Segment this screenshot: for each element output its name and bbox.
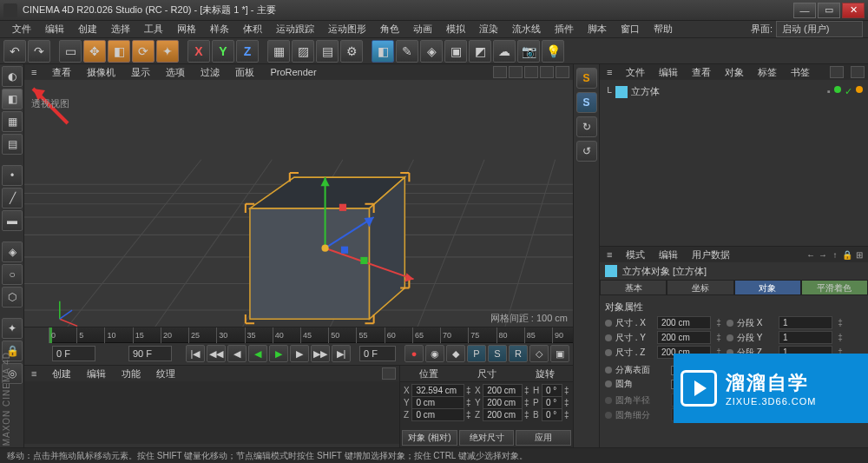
poly-mode-button[interactable]: ▬ — [2, 210, 23, 231]
btab-功能[interactable]: 功能 — [118, 367, 144, 381]
vp-icon-5[interactable] — [556, 66, 569, 78]
object-tree-item[interactable]: └ 立方体 ▪ ✓ — [603, 83, 865, 100]
scale-tool[interactable]: ◧ — [108, 40, 130, 63]
autokey-button[interactable]: ◉ — [425, 345, 444, 362]
coord-apply-button[interactable]: 应用 — [516, 430, 571, 446]
btab-纹理[interactable]: 纹理 — [153, 367, 179, 381]
scale-key-button[interactable]: S — [488, 345, 507, 362]
current-frame-field[interactable]: 0 F — [359, 346, 396, 361]
prev-frame-button[interactable]: ◀ — [227, 345, 247, 362]
light-button[interactable]: 💡 — [542, 40, 564, 63]
vp-icon-4[interactable] — [540, 66, 554, 78]
attr-nav-fwd[interactable]: → — [818, 249, 828, 260]
objtab-文件[interactable]: 文件 — [622, 65, 648, 80]
vp-icon-1[interactable] — [493, 66, 507, 78]
menu-流水线[interactable]: 流水线 — [505, 21, 548, 37]
menu-工具[interactable]: 工具 — [137, 21, 170, 37]
play-button[interactable]: ▶ — [269, 345, 288, 362]
redo-button[interactable]: ↷ — [28, 40, 50, 63]
attr-subtab-3[interactable]: 平滑着色(Phong) — [801, 280, 868, 295]
attr-nav-up[interactable]: ↑ — [830, 249, 840, 260]
vp-tab-过滤[interactable]: 过滤 — [197, 65, 223, 80]
menu-插件[interactable]: 插件 — [548, 21, 581, 37]
visibility-editor-dot[interactable] — [834, 86, 841, 93]
rotate-tool[interactable]: ⟳ — [132, 40, 155, 63]
attr-subtab-2[interactable]: 对象 — [734, 280, 801, 295]
axis-x-button[interactable]: X — [187, 40, 210, 63]
play-back-button[interactable]: ◀ — [248, 345, 267, 362]
viewport[interactable]: 透视视图 网格间距 : 100 cm — [24, 80, 573, 327]
subdiv-button[interactable]: ◈ — [420, 40, 443, 63]
pos-key-button[interactable]: P — [467, 345, 486, 362]
object-name[interactable]: 立方体 — [631, 85, 660, 98]
vp-hamburger-icon[interactable]: ≡ — [28, 66, 40, 78]
cube-primitive-button[interactable]: ◧ — [372, 40, 394, 63]
key-button[interactable]: ◆ — [446, 345, 465, 362]
model-mode-button[interactable]: ◧ — [2, 89, 23, 109]
objtab-标签[interactable]: 标签 — [754, 65, 780, 80]
phong-tag-icon[interactable] — [856, 86, 863, 93]
start-frame-field[interactable]: 0 F — [52, 346, 95, 361]
menu-运动跟踪[interactable]: 运动跟踪 — [269, 21, 321, 37]
rot-key-button[interactable]: R — [509, 345, 528, 362]
obj-hamburger-icon[interactable]: ≡ — [603, 66, 615, 78]
edge-mode-button[interactable]: ╱ — [2, 188, 23, 208]
menu-角色[interactable]: 角色 — [373, 21, 406, 37]
vp-icon-3[interactable] — [524, 66, 538, 78]
texture-mode-button[interactable]: ▦ — [2, 111, 23, 132]
menu-编辑[interactable]: 编辑 — [38, 21, 71, 37]
layout-selector[interactable]: 界面: 启动 (用户) — [751, 21, 863, 37]
menu-创建[interactable]: 创建 — [71, 21, 104, 37]
workplane-button[interactable]: ▤ — [2, 134, 23, 155]
prev-key-button[interactable]: ◀◀ — [207, 345, 226, 362]
axis-y-button[interactable]: Y — [212, 40, 234, 63]
attr-menu-icon[interactable]: ⊞ — [854, 249, 865, 260]
menu-窗口[interactable]: 窗口 — [614, 21, 647, 37]
objtab-对象[interactable]: 对象 — [721, 65, 747, 80]
make-editable-button[interactable]: ◐ — [2, 66, 23, 87]
objtab-编辑[interactable]: 编辑 — [655, 65, 681, 80]
obj-panel-icon-2[interactable] — [851, 66, 865, 78]
maximize-button[interactable]: ▭ — [818, 3, 840, 18]
tweak-button[interactable]: ✦ — [2, 318, 23, 339]
snap-button[interactable]: ⬡ — [2, 287, 23, 308]
param-key-button[interactable]: ◇ — [529, 345, 549, 362]
vp-tab-ProRender[interactable]: ProRender — [266, 66, 319, 78]
vp-tab-显示[interactable]: 显示 — [128, 65, 154, 80]
render-view-button[interactable]: ▦ — [267, 40, 290, 63]
menu-帮助[interactable]: 帮助 — [647, 21, 680, 37]
camera-button[interactable]: 📷 — [517, 40, 540, 63]
snap-option-1[interactable]: ↻ — [576, 116, 597, 137]
mat-hamburger-icon[interactable]: ≡ — [28, 367, 40, 380]
obj-panel-icon-1[interactable] — [830, 66, 844, 78]
mat-icon-1[interactable] — [382, 367, 396, 380]
vp-tab-摄像机[interactable]: 摄像机 — [83, 65, 119, 80]
timeline-ruler[interactable]: 051015202530354045505560657075808590 — [49, 327, 573, 343]
menu-网格[interactable]: 网格 — [170, 21, 203, 37]
vp-icon-2[interactable] — [509, 66, 523, 78]
attrtab-模式[interactable]: 模式 — [622, 248, 648, 262]
attr-subtab-1[interactable]: 坐标 — [667, 280, 733, 295]
snap-sb-button[interactable]: S — [576, 92, 597, 113]
generator-button[interactable]: ▣ — [444, 40, 467, 63]
menu-模拟[interactable]: 模拟 — [439, 21, 472, 37]
attr-subtab-0[interactable]: 基本 — [600, 280, 667, 295]
layout-combo[interactable]: 启动 (用户) — [776, 21, 863, 37]
point-mode-button[interactable]: • — [2, 165, 23, 186]
menu-文件[interactable]: 文件 — [5, 21, 38, 37]
undo-button[interactable]: ↶ — [3, 40, 26, 63]
next-key-button[interactable]: ▶▶ — [311, 345, 330, 362]
axis-z-button[interactable]: Z — [236, 40, 259, 63]
menu-样条[interactable]: 样条 — [203, 21, 236, 37]
minimize-button[interactable]: — — [793, 3, 816, 18]
object-tree[interactable]: └ 立方体 ▪ ✓ — [600, 80, 868, 247]
attrtab-用户数据[interactable]: 用户数据 — [688, 248, 733, 262]
last-tool[interactable]: ✦ — [156, 40, 179, 63]
objtab-书签[interactable]: 书签 — [787, 65, 813, 80]
btab-编辑[interactable]: 编辑 — [83, 367, 109, 381]
vp-tab-选项[interactable]: 选项 — [162, 65, 188, 80]
menu-动画[interactable]: 动画 — [406, 21, 439, 37]
pla-key-button[interactable]: ▣ — [550, 345, 569, 362]
environment-button[interactable]: ☁ — [493, 40, 516, 63]
soft-select-button[interactable]: ○ — [2, 264, 23, 285]
